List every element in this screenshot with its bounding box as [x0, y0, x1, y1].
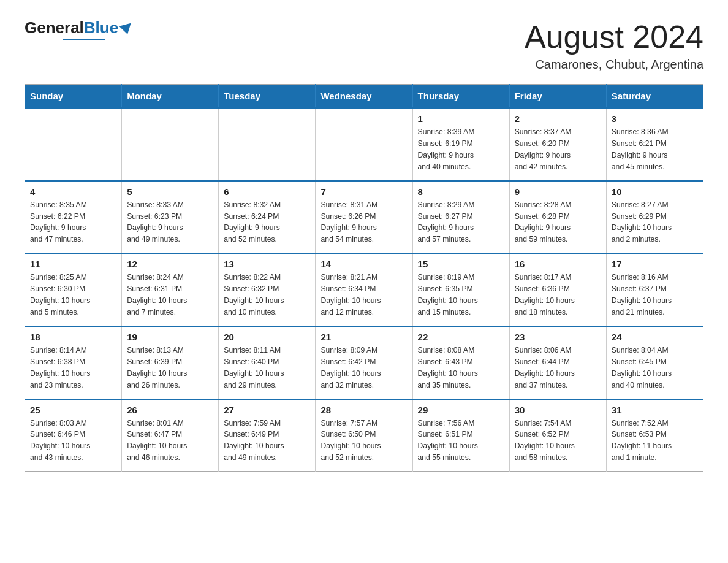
calendar-cell: 2Sunrise: 8:37 AM Sunset: 6:20 PM Daylig… [509, 108, 606, 181]
calendar-week-row: 18Sunrise: 8:14 AM Sunset: 6:38 PM Dayli… [25, 326, 703, 399]
day-number: 23 [515, 332, 601, 342]
weekday-header-tuesday: Tuesday [219, 85, 316, 109]
calendar-cell: 11Sunrise: 8:25 AM Sunset: 6:30 PM Dayli… [25, 253, 122, 326]
calendar-cell: 16Sunrise: 8:17 AM Sunset: 6:36 PM Dayli… [509, 253, 606, 326]
calendar-cell: 8Sunrise: 8:29 AM Sunset: 6:27 PM Daylig… [412, 181, 509, 254]
location: Camarones, Chubut, Argentina [525, 58, 703, 72]
calendar-cell: 21Sunrise: 8:09 AM Sunset: 6:42 PM Dayli… [316, 326, 412, 399]
calendar-cell: 28Sunrise: 7:57 AM Sunset: 6:50 PM Dayli… [316, 399, 412, 472]
day-info: Sunrise: 8:24 AM Sunset: 6:31 PM Dayligh… [127, 272, 213, 318]
calendar-week-row: 11Sunrise: 8:25 AM Sunset: 6:30 PM Dayli… [25, 253, 703, 326]
calendar-cell: 15Sunrise: 8:19 AM Sunset: 6:35 PM Dayli… [412, 253, 509, 326]
calendar-cell: 23Sunrise: 8:06 AM Sunset: 6:44 PM Dayli… [509, 326, 606, 399]
calendar-cell: 12Sunrise: 8:24 AM Sunset: 6:31 PM Dayli… [122, 253, 219, 326]
day-number: 6 [224, 186, 310, 197]
calendar-cell [122, 108, 219, 181]
calendar-cell: 24Sunrise: 8:04 AM Sunset: 6:45 PM Dayli… [606, 326, 703, 399]
day-info: Sunrise: 8:29 AM Sunset: 6:27 PM Dayligh… [418, 199, 504, 246]
day-info: Sunrise: 8:16 AM Sunset: 6:37 PM Dayligh… [612, 272, 698, 318]
logo-triangle-icon [119, 23, 133, 36]
day-number: 16 [515, 259, 601, 269]
day-info: Sunrise: 7:57 AM Sunset: 6:50 PM Dayligh… [320, 418, 407, 464]
day-info: Sunrise: 8:28 AM Sunset: 6:28 PM Dayligh… [515, 199, 601, 246]
day-info: Sunrise: 8:14 AM Sunset: 6:38 PM Dayligh… [30, 345, 116, 391]
calendar-cell [316, 108, 412, 181]
day-number: 9 [515, 186, 601, 197]
day-number: 12 [127, 259, 213, 269]
day-number: 26 [127, 405, 213, 415]
day-info: Sunrise: 8:36 AM Sunset: 6:21 PM Dayligh… [612, 126, 698, 173]
weekday-header-saturday: Saturday [606, 85, 703, 109]
day-info: Sunrise: 8:22 AM Sunset: 6:32 PM Dayligh… [224, 272, 310, 318]
calendar-cell: 26Sunrise: 8:01 AM Sunset: 6:47 PM Dayli… [122, 399, 219, 472]
day-number: 1 [418, 113, 504, 124]
calendar-cell: 5Sunrise: 8:33 AM Sunset: 6:23 PM Daylig… [122, 181, 219, 254]
day-info: Sunrise: 8:25 AM Sunset: 6:30 PM Dayligh… [30, 272, 116, 318]
logo-underline [63, 39, 105, 40]
calendar-cell: 13Sunrise: 8:22 AM Sunset: 6:32 PM Dayli… [219, 253, 316, 326]
calendar-cell [219, 108, 316, 181]
month-title: August 2024 [525, 18, 703, 55]
day-number: 24 [612, 332, 698, 342]
day-number: 11 [30, 259, 116, 269]
day-number: 27 [224, 405, 310, 415]
day-info: Sunrise: 7:54 AM Sunset: 6:52 PM Dayligh… [515, 418, 601, 464]
weekday-header-row: SundayMondayTuesdayWednesdayThursdayFrid… [25, 85, 703, 109]
day-number: 21 [320, 332, 407, 342]
calendar-cell: 30Sunrise: 7:54 AM Sunset: 6:52 PM Dayli… [509, 399, 606, 472]
day-info: Sunrise: 7:56 AM Sunset: 6:51 PM Dayligh… [418, 418, 504, 464]
calendar-cell: 7Sunrise: 8:31 AM Sunset: 6:26 PM Daylig… [316, 181, 412, 254]
calendar-cell [25, 108, 122, 181]
weekday-header-monday: Monday [122, 85, 219, 109]
logo: General Blue [25, 18, 132, 40]
day-info: Sunrise: 8:17 AM Sunset: 6:36 PM Dayligh… [515, 272, 601, 318]
day-info: Sunrise: 8:35 AM Sunset: 6:22 PM Dayligh… [30, 199, 116, 246]
logo-general-text: General [25, 18, 84, 37]
day-number: 17 [612, 259, 698, 269]
calendar-cell: 19Sunrise: 8:13 AM Sunset: 6:39 PM Dayli… [122, 326, 219, 399]
calendar-cell: 4Sunrise: 8:35 AM Sunset: 6:22 PM Daylig… [25, 181, 122, 254]
weekday-header-wednesday: Wednesday [316, 85, 412, 109]
calendar-cell: 1Sunrise: 8:39 AM Sunset: 6:19 PM Daylig… [412, 108, 509, 181]
logo-blue-part: Blue [84, 18, 132, 37]
day-info: Sunrise: 8:31 AM Sunset: 6:26 PM Dayligh… [320, 199, 407, 246]
day-info: Sunrise: 8:39 AM Sunset: 6:19 PM Dayligh… [418, 126, 504, 173]
day-info: Sunrise: 8:06 AM Sunset: 6:44 PM Dayligh… [515, 345, 601, 391]
day-number: 14 [320, 259, 407, 269]
day-info: Sunrise: 7:59 AM Sunset: 6:49 PM Dayligh… [224, 418, 310, 464]
day-number: 3 [612, 113, 698, 124]
page-header: General Blue August 2024 Camarones, Chub… [25, 18, 703, 72]
weekday-header-friday: Friday [509, 85, 606, 109]
calendar-cell: 20Sunrise: 8:11 AM Sunset: 6:40 PM Dayli… [219, 326, 316, 399]
calendar-cell: 25Sunrise: 8:03 AM Sunset: 6:46 PM Dayli… [25, 399, 122, 472]
day-info: Sunrise: 8:27 AM Sunset: 6:29 PM Dayligh… [612, 199, 698, 246]
day-number: 4 [30, 186, 116, 197]
day-info: Sunrise: 8:03 AM Sunset: 6:46 PM Dayligh… [30, 418, 116, 464]
day-number: 13 [224, 259, 310, 269]
day-info: Sunrise: 8:01 AM Sunset: 6:47 PM Dayligh… [127, 418, 213, 464]
day-info: Sunrise: 8:21 AM Sunset: 6:34 PM Dayligh… [320, 272, 407, 318]
calendar-week-row: 25Sunrise: 8:03 AM Sunset: 6:46 PM Dayli… [25, 399, 703, 472]
calendar-cell: 14Sunrise: 8:21 AM Sunset: 6:34 PM Dayli… [316, 253, 412, 326]
day-info: Sunrise: 8:04 AM Sunset: 6:45 PM Dayligh… [612, 345, 698, 391]
day-number: 19 [127, 332, 213, 342]
day-number: 18 [30, 332, 116, 342]
day-info: Sunrise: 8:11 AM Sunset: 6:40 PM Dayligh… [224, 345, 310, 391]
day-number: 20 [224, 332, 310, 342]
weekday-header-sunday: Sunday [25, 85, 122, 109]
day-number: 31 [612, 405, 698, 415]
calendar-cell: 27Sunrise: 7:59 AM Sunset: 6:49 PM Dayli… [219, 399, 316, 472]
calendar-cell: 3Sunrise: 8:36 AM Sunset: 6:21 PM Daylig… [606, 108, 703, 181]
day-number: 10 [612, 186, 698, 197]
day-number: 7 [320, 186, 407, 197]
calendar-cell: 29Sunrise: 7:56 AM Sunset: 6:51 PM Dayli… [412, 399, 509, 472]
day-number: 28 [320, 405, 407, 415]
calendar-cell: 22Sunrise: 8:08 AM Sunset: 6:43 PM Dayli… [412, 326, 509, 399]
calendar-cell: 6Sunrise: 8:32 AM Sunset: 6:24 PM Daylig… [219, 181, 316, 254]
day-number: 5 [127, 186, 213, 197]
title-section: August 2024 Camarones, Chubut, Argentina [525, 18, 703, 72]
day-number: 25 [30, 405, 116, 415]
calendar-cell: 17Sunrise: 8:16 AM Sunset: 6:37 PM Dayli… [606, 253, 703, 326]
calendar-week-row: 4Sunrise: 8:35 AM Sunset: 6:22 PM Daylig… [25, 181, 703, 254]
calendar-week-row: 1Sunrise: 8:39 AM Sunset: 6:19 PM Daylig… [25, 108, 703, 181]
